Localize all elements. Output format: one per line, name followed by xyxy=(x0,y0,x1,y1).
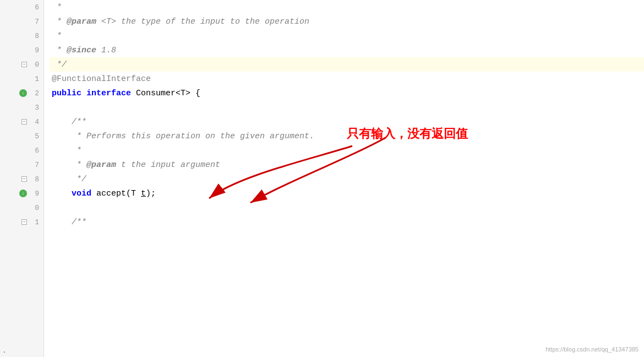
watermark: https://blog.csdn.net/qq_41347385 xyxy=(545,346,638,353)
line-number: 6 xyxy=(29,147,39,155)
line-number: 5 xyxy=(29,132,39,140)
line-number: 7 xyxy=(29,18,39,26)
gutter-row: −4 xyxy=(0,115,43,129)
code-token: * xyxy=(52,132,86,141)
code-token: 1.8 xyxy=(96,46,116,55)
line-number: 9 xyxy=(29,46,39,55)
code-line: * @since 1.8 xyxy=(50,43,644,57)
code-line: /** xyxy=(50,215,644,229)
gutter-spacer xyxy=(19,147,27,154)
line-number: 8 xyxy=(29,32,39,40)
line-number: 0 xyxy=(29,204,39,212)
code-token: <T> xyxy=(96,17,121,26)
code-token: ); xyxy=(146,189,156,198)
fold-icon[interactable]: − xyxy=(21,176,27,182)
line-number: 0 xyxy=(29,61,39,69)
code-token: the type of the input to the operation xyxy=(121,17,309,26)
gutter-row: 6 xyxy=(0,143,43,158)
gutter-spacer xyxy=(19,18,27,25)
code-line: */ xyxy=(50,172,644,186)
gutter-spacer xyxy=(19,75,27,83)
code-editor: 6789−01↓23−4567−8↓90−1 * * @param <T> th… xyxy=(0,0,644,357)
gutter-row: 8 xyxy=(0,29,43,43)
gutter-row: 0 xyxy=(0,201,43,215)
gutter-row: 7 xyxy=(0,158,43,172)
gutter-spacer xyxy=(19,161,27,169)
gutter-row: ↓9 xyxy=(0,186,43,201)
code-content: * * @param <T> the type of the input to … xyxy=(44,0,644,357)
gutter-row: 5 xyxy=(0,129,43,143)
gutter-row: 3 xyxy=(0,100,43,115)
dot-decoration: . xyxy=(2,347,7,355)
gutter-row: −8 xyxy=(0,172,43,186)
gutter-row: 9 xyxy=(0,43,43,57)
line-number: 1 xyxy=(29,218,39,226)
gutter-row: 1 xyxy=(0,72,43,86)
code-line: * xyxy=(50,29,644,43)
gutter-spacer xyxy=(19,3,27,11)
code-line xyxy=(50,201,644,215)
code-token: t the input argument xyxy=(116,160,220,170)
fold-icon[interactable]: − xyxy=(21,119,27,125)
gutter-row: −0 xyxy=(0,57,43,72)
fold-icon[interactable]: − xyxy=(21,219,27,225)
line-number: 1 xyxy=(29,75,39,83)
green-circle-icon[interactable]: ↓ xyxy=(19,190,27,197)
gutter-row: 6 xyxy=(0,0,43,14)
line-number: 9 xyxy=(29,190,39,198)
fold-icon[interactable]: − xyxy=(21,62,27,67)
gutter-spacer xyxy=(19,104,27,111)
green-circle-icon[interactable]: ↓ xyxy=(19,89,27,97)
code-token: Performs this operation on the given arg… xyxy=(86,132,314,141)
gutter-spacer xyxy=(19,132,27,140)
line-number: 3 xyxy=(29,104,39,112)
code-token: */ xyxy=(52,60,67,69)
code-token: /** xyxy=(52,218,86,227)
code-line: * @param <T> the type of the input to th… xyxy=(50,14,644,29)
gutter-row: −1 xyxy=(0,215,43,229)
line-number: 4 xyxy=(29,118,39,126)
code-line: @FunctionalInterface xyxy=(50,72,644,86)
code-token: * xyxy=(52,160,86,170)
gutter-spacer xyxy=(19,46,27,54)
gutter-spacer xyxy=(19,32,27,40)
code-token: Consumer<T> { xyxy=(136,89,200,98)
code-line: void accept(T t); xyxy=(50,186,644,201)
code-token: accept(T xyxy=(91,189,141,198)
code-line xyxy=(50,100,644,115)
line-gutter: 6789−01↓23−4567−8↓90−1 xyxy=(0,0,44,357)
code-line: * @param t the input argument xyxy=(50,158,644,172)
line-number: 6 xyxy=(29,3,39,12)
code-token: t xyxy=(141,189,146,198)
code-token: @FunctionalInterface xyxy=(52,74,151,84)
code-token: @param xyxy=(86,160,116,170)
code-token: * xyxy=(52,17,67,26)
code-token: @since xyxy=(67,46,96,55)
gutter-spacer xyxy=(19,204,27,212)
line-number: 2 xyxy=(29,89,39,98)
code-token: public xyxy=(52,89,86,98)
code-token: @param xyxy=(67,17,96,26)
code-token: * xyxy=(52,146,86,155)
line-number: 7 xyxy=(29,161,39,169)
code-token: * xyxy=(52,46,67,55)
code-token: void xyxy=(72,189,91,198)
code-token: */ xyxy=(52,175,86,184)
code-line: * Performs this operation on the given a… xyxy=(50,129,644,143)
code-token: * xyxy=(52,31,67,41)
code-token: /** xyxy=(52,117,86,127)
code-token: interface xyxy=(86,89,136,98)
line-number: 8 xyxy=(29,175,39,183)
gutter-row: ↓2 xyxy=(0,86,43,100)
code-line: */ xyxy=(50,57,644,72)
code-token: * xyxy=(52,3,67,12)
code-line: * xyxy=(50,143,644,158)
code-line: * xyxy=(50,0,644,14)
code-token xyxy=(52,189,72,198)
gutter-row: 7 xyxy=(0,14,43,29)
code-line: /** xyxy=(50,115,644,129)
code-line: public interface Consumer<T> { xyxy=(50,86,644,100)
